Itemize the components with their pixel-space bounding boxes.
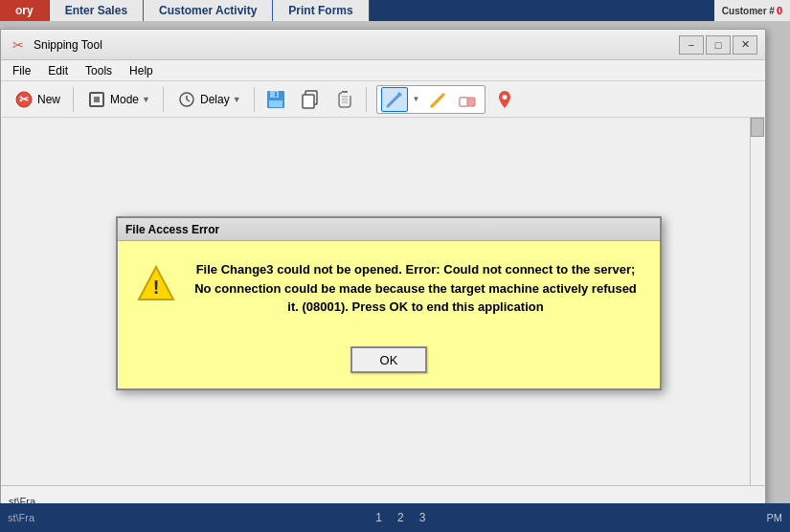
clip-button[interactable] — [329, 85, 360, 114]
ok-button[interactable]: OK — [350, 346, 427, 373]
app-icon: ✂ — [9, 35, 28, 55]
save-icon — [265, 89, 286, 110]
tab-customer-activity[interactable]: Customer Activity — [144, 0, 273, 21]
window-controls: − □ ✕ — [679, 35, 757, 55]
scissors-icon: ✂ — [12, 37, 24, 53]
location-icon — [494, 89, 515, 110]
page-numbers: 1 2 3 — [375, 511, 425, 524]
delay-label: Delay — [200, 93, 230, 106]
mode-dropdown-arrow: ▼ — [142, 95, 150, 104]
svg-point-23 — [502, 95, 507, 100]
svg-rect-3 — [94, 97, 100, 102]
scrollbar-thumb[interactable] — [751, 118, 764, 137]
save-button[interactable] — [260, 85, 291, 114]
svg-rect-10 — [269, 100, 282, 107]
title-bar: ✂ Snipping Tool − □ ✕ — [1, 30, 765, 60]
snipping-tool-window: ✂ Snipping Tool − □ ✕ File Edit Tools He… — [0, 29, 766, 517]
dialog-title: File Access Error — [125, 223, 219, 236]
vertical-scrollbar[interactable] — [750, 118, 765, 485]
bottom-taskbar: st\Fra 1 2 3 PM — [0, 503, 790, 532]
highlighter-button[interactable] — [425, 87, 452, 112]
delay-button[interactable]: Delay ▼ — [169, 85, 248, 114]
clock-icon — [176, 89, 197, 110]
menu-tools[interactable]: Tools — [78, 62, 120, 79]
menu-edit[interactable]: Edit — [40, 62, 76, 79]
bottom-path: st\Fra — [8, 512, 34, 523]
time-display: PM — [767, 512, 783, 523]
error-message: File Change3 could not be opened. Error:… — [191, 260, 641, 317]
dialog-titlebar: File Access Error — [118, 218, 660, 241]
svg-text:✂: ✂ — [19, 93, 30, 106]
svg-line-20 — [432, 95, 443, 106]
svg-rect-8 — [270, 91, 279, 98]
mode-label: Mode — [110, 93, 139, 106]
tab-print-forms[interactable]: Print Forms — [273, 0, 369, 21]
tab-ory[interactable]: ory — [0, 0, 50, 21]
minimize-button[interactable]: − — [679, 35, 704, 55]
svg-line-6 — [187, 100, 190, 101]
page-1[interactable]: 1 — [375, 511, 382, 524]
new-button[interactable]: ✂ New — [7, 85, 67, 114]
new-label: New — [37, 93, 60, 106]
dialog-body: ! File Change3 could not be opened. Erro… — [118, 241, 660, 346]
clip-icon — [334, 89, 355, 110]
separator-3 — [254, 87, 255, 112]
svg-rect-9 — [275, 92, 277, 97]
dialog-footer: OK — [118, 346, 660, 388]
svg-line-17 — [388, 95, 399, 106]
copy-button[interactable] — [295, 85, 326, 114]
copy-icon — [300, 89, 321, 110]
page-2[interactable]: 2 — [397, 511, 404, 524]
warning-icon: ! — [137, 264, 175, 302]
separator-1 — [73, 87, 74, 112]
maximize-button[interactable]: □ — [706, 35, 731, 55]
svg-rect-22 — [460, 98, 467, 106]
close-button[interactable]: ✕ — [733, 35, 757, 55]
drawing-tools-group: ▼ — [376, 85, 485, 114]
top-taskbar: ory Enter Sales Customer Activity Print … — [0, 0, 790, 21]
mode-icon — [86, 89, 107, 110]
page-3[interactable]: 3 — [419, 511, 426, 524]
customer-counter: Customer # 0 — [714, 0, 790, 21]
separator-4 — [366, 87, 367, 112]
svg-text:!: ! — [153, 277, 160, 298]
menu-file[interactable]: File — [5, 62, 38, 79]
menu-bar: File Edit Tools Help — [1, 60, 765, 81]
window-title: Snipping Tool — [34, 38, 679, 52]
delay-dropdown-arrow: ▼ — [233, 95, 241, 104]
svg-rect-12 — [303, 95, 314, 108]
separator-2 — [163, 87, 164, 112]
mode-button[interactable]: Mode ▼ — [79, 85, 157, 114]
ok-label: OK — [380, 353, 398, 367]
tab-enter-sales[interactable]: Enter Sales — [50, 0, 144, 21]
error-dialog: File Access Error ! File Change3 could n… — [116, 216, 662, 390]
new-icon: ✂ — [13, 89, 34, 110]
location-button[interactable] — [489, 85, 520, 114]
menu-help[interactable]: Help — [122, 62, 161, 79]
eraser-button[interactable] — [454, 87, 481, 112]
toolbar: ✂ New Mode ▼ — [1, 81, 765, 118]
pen-tool-button[interactable] — [381, 87, 408, 112]
pen-dropdown-button[interactable]: ▼ — [410, 87, 423, 112]
